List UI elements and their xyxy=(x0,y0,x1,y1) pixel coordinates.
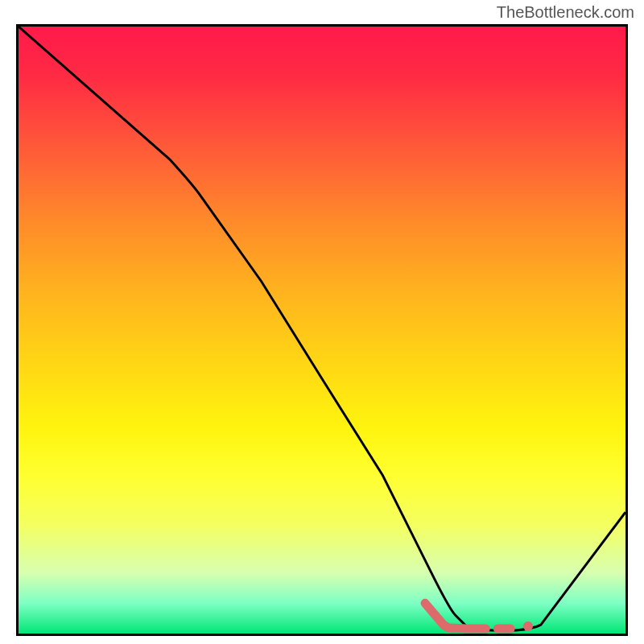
highlight-dot xyxy=(523,621,533,631)
main-curve xyxy=(19,27,625,630)
chart-svg xyxy=(19,27,625,634)
watermark-text: TheBottleneck.com xyxy=(497,3,634,22)
chart-frame xyxy=(16,24,628,636)
